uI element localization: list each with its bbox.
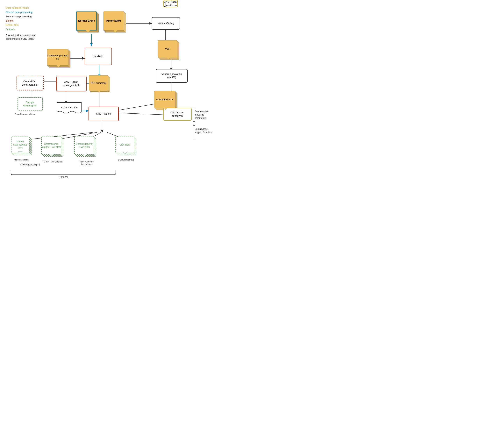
legend-normal-bam: Normal bam processing (6, 10, 35, 14)
contains-modeling-label: Contains the modeling parameters (195, 110, 214, 120)
filtered-snvs-stack: filtered heterozygous snvs (11, 136, 32, 157)
cnv-radar-functions-node: CNV_Radar _functions.r (163, 0, 178, 7)
cnv-radar-create-control-label: CNV_Radar_ create_control.r (63, 80, 80, 87)
brace-svg (192, 106, 196, 141)
cnv-radar-functions-label: CNV_Radar _functions.r (164, 0, 177, 7)
cnv-radar-create-control-node: CNV_Radar_ create_control.r (56, 76, 87, 91)
tumor-bams-stack: Tumor BAMs (103, 11, 127, 36)
chr-lfc-caption: *.Chr#_ _lfc_vaf.jpeg (41, 160, 64, 163)
variant-annotation-label: Variant annotation (snpEff) (161, 72, 182, 79)
legend-helper-files: Helper files (6, 23, 35, 27)
variant-annotation-node: Variant annotation (snpEff) (156, 69, 188, 83)
svg-line-13 (115, 103, 160, 111)
chromosomal-plots-label: Chromosomal log2(fc) + vaf plots (41, 136, 61, 155)
roi-summary-label: ROI summary (89, 75, 108, 91)
svg-line-19 (117, 113, 163, 115)
legend-user-inputs: User supplied inputs (6, 6, 35, 10)
legend-outputs: Outputs (6, 27, 35, 32)
vcf-label: VCF (158, 40, 177, 58)
dendrogram-all-caption-2: *dendrogram_all.jpeg (13, 113, 38, 115)
capture-bed-node: Capture region .bed file (47, 49, 72, 70)
sample-dendrogram-node: Sample Dendrogram (17, 97, 43, 111)
genome-plots-stack: Genome log2(fc) + vaf plots (74, 136, 97, 159)
cnv-calls-label: CNV calls (115, 136, 134, 153)
filtered-snvs-label: filtered heterozygous snvs (11, 136, 30, 153)
sample-dendrogram-label: Sample Dendrogram (23, 101, 37, 107)
create-roi-dendrograms-node: CreateROI_ dendrograms.r (16, 76, 44, 90)
annotated-vcf-label: Annotated VCF (154, 91, 176, 108)
svg-text:control.RData: control.RData (61, 106, 77, 109)
variant-calling-label: Variant Calling (158, 22, 174, 25)
legend-note: Dashed outlines are optionalcomponents o… (6, 34, 35, 41)
capture-bed-label: Capture region .bed file (47, 49, 69, 65)
optional-label: Optional (59, 176, 68, 178)
cnv-radar-label: CNV_Radar.r (96, 112, 111, 116)
genome-plots-label: Genome log2(fc) + vaf plots (74, 136, 94, 155)
vcf-stack: VCF (158, 40, 181, 61)
legend-scripts: Scripts (6, 19, 35, 23)
cnvradar-tsv-caption: (*CNVRadar.tsv) (115, 159, 137, 161)
optional-section: Optional (11, 169, 116, 178)
iter-genome-caption: *.iter#_Genome _lfc_vaf.jpeg (74, 160, 98, 165)
legend: User supplied inputs Normal bam processi… (6, 6, 35, 41)
cnv-radar-node: CNV_Radar.r (88, 107, 119, 121)
bam2roi-node: bam2roi.r (85, 48, 112, 65)
roi-summary-stack: ROI summary (88, 75, 112, 94)
dendrogram-caption: *dendrogram_all.jpeg (16, 163, 45, 166)
cnv-calls-stack: CNV calls (115, 136, 137, 157)
cnv-radar-config-label: CNV_Radar_ config.yml (170, 111, 185, 118)
control-rdata-node: control.RData (56, 102, 82, 116)
tumor-bams-label: Tumor BAMs (104, 11, 124, 31)
normal-bams-stack: Normal BAMs (76, 11, 99, 36)
legend-tumor-bam: Tumor bam processing (6, 14, 35, 19)
create-roi-dendrograms-label: CreateROI_ dendrograms.r (22, 80, 39, 87)
chromosomal-plots-stack: Chromosomal log2(fc) + vaf plots (41, 136, 64, 159)
variant-calling-node: Variant Calling (152, 17, 180, 30)
diagram-container: User supplied inputs Normal bam processi… (0, 0, 218, 204)
contains-support-label: Contains the support functions (195, 128, 214, 134)
filtered-vaf-caption: *filtered_vaf.txt (11, 159, 32, 161)
bam2roi-label: bam2roi.r (93, 55, 104, 58)
normal-bams-label: Normal BAMs (76, 11, 97, 31)
